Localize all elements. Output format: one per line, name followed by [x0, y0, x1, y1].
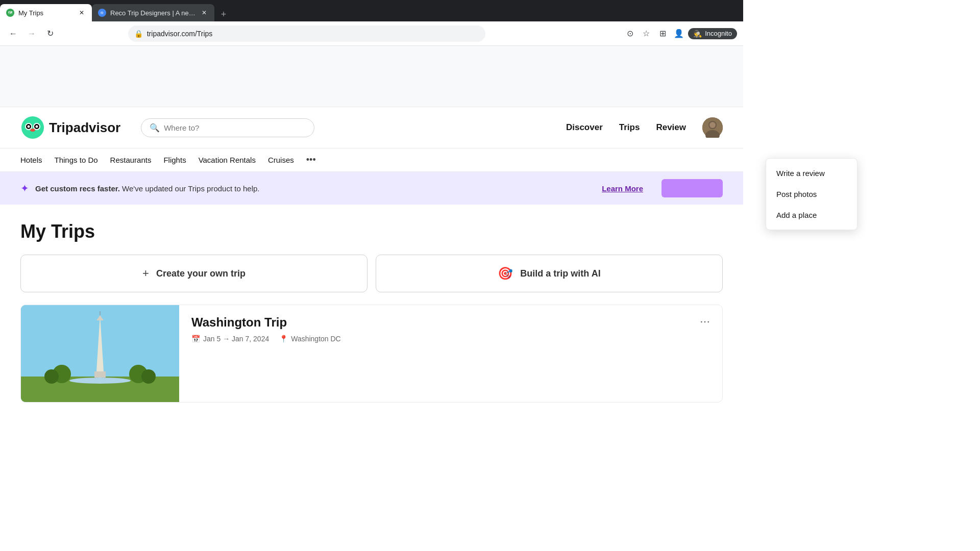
trip-card-image [21, 305, 179, 402]
incognito-icon: 🕵 [693, 30, 702, 38]
ai-trip-label: Build a trip with AI [520, 268, 600, 279]
tab-bar: 🗺 My Trips ✕ R Reco Trip Designers | A n… [0, 0, 743, 21]
svg-point-14 [69, 378, 131, 384]
toolbar-right: ⊙ ☆ ⊞ 👤 🕵 Incognito [623, 27, 737, 41]
washington-monument-image [21, 305, 179, 402]
url-text: tripadvisor.com/Trips [147, 30, 213, 38]
subnav-things-to-do[interactable]: Things to Do [55, 153, 98, 167]
search-icon: 🔍 [150, 123, 160, 133]
subnav-vacation-rentals[interactable]: Vacation Rentals [199, 153, 256, 167]
notification-banner: ✦ Get custom recs faster. We've updated … [0, 172, 743, 205]
create-own-trip-card[interactable]: + Create your own trip [20, 255, 368, 292]
tab-title-reco: Reco Trip Designers | A new kin... [110, 9, 196, 17]
ai-icon: 🎯 [498, 266, 513, 281]
trip-card-more-button[interactable]: ⋯ [700, 315, 710, 328]
build-ai-trip-card[interactable]: 🎯 Build a trip with AI [376, 255, 723, 292]
browser-toolbar: ← → ↻ 🔒 tripadvisor.com/Trips ⊙ ☆ ⊞ 👤 🕵 … [0, 21, 743, 46]
svg-point-5 [28, 126, 30, 128]
svg-point-19 [44, 369, 59, 384]
cast-icon[interactable]: ⊙ [623, 27, 637, 41]
tab-my-trips[interactable]: 🗺 My Trips ✕ [0, 4, 92, 21]
ta-logo[interactable]: Tripadvisor [20, 115, 120, 140]
incognito-label: Incognito [705, 30, 732, 37]
search-input[interactable] [164, 123, 306, 132]
avatar[interactable] [702, 117, 723, 138]
svg-point-21 [141, 369, 156, 384]
new-tab-button[interactable]: + [216, 7, 231, 21]
reload-button[interactable]: ↻ [43, 27, 57, 41]
ta-nav: Discover Trips Review [566, 117, 723, 138]
trip-location-text: Washington DC [291, 335, 341, 343]
trip-actions: + Create your own trip 🎯 Build a trip wi… [20, 255, 723, 292]
ta-header: Tripadvisor 🔍 Discover Trips Review [0, 107, 743, 148]
svg-point-0 [21, 116, 44, 139]
tab-favicon-trips: 🗺 [6, 9, 14, 17]
location-icon: 📍 [279, 335, 288, 343]
trip-location: 📍 Washington DC [279, 335, 341, 343]
ta-logo-owl-icon [20, 115, 45, 140]
nav-discover[interactable]: Discover [566, 122, 603, 133]
svg-point-7 [30, 129, 35, 132]
notification-text: Get custom recs faster. We've updated ou… [35, 184, 596, 193]
notification-icon: ✦ [20, 182, 29, 194]
my-trips-title: My Trips [20, 221, 723, 242]
plus-icon: + [142, 267, 149, 280]
ta-logo-text: Tripadvisor [49, 120, 120, 136]
tab-reco[interactable]: R Reco Trip Designers | A new kin... ✕ [92, 4, 214, 21]
avatar-image [702, 117, 723, 138]
svg-point-11 [709, 122, 716, 128]
ta-search-box[interactable]: 🔍 [141, 118, 314, 137]
extensions-icon[interactable]: ⊞ [655, 27, 670, 41]
back-button[interactable]: ← [6, 27, 20, 41]
svg-rect-17 [94, 371, 106, 378]
subnav-restaurants[interactable]: Restaurants [110, 153, 152, 167]
ta-subnav: Hotels Things to Do Restaurants Flights … [0, 148, 743, 172]
calendar-icon: 📅 [191, 335, 200, 343]
trip-date: 📅 Jan 5 → Jan 7, 2024 [191, 335, 269, 343]
subnav-hotels[interactable]: Hotels [20, 153, 42, 167]
subnav-more-button[interactable]: ••• [306, 155, 316, 165]
create-trip-label: Create your own trip [156, 268, 246, 279]
bookmark-icon[interactable]: ☆ [639, 27, 653, 41]
incognito-badge: 🕵 Incognito [688, 28, 737, 39]
lock-icon: 🔒 [134, 30, 143, 38]
browser-chrome: 🗺 My Trips ✕ R Reco Trip Designers | A n… [0, 0, 743, 46]
tab-close-reco[interactable]: ✕ [200, 9, 208, 17]
address-bar[interactable]: 🔒 tripadvisor.com/Trips [128, 26, 485, 42]
notification-bold-text: Get custom recs faster. [35, 184, 120, 193]
forward-button[interactable]: → [24, 27, 39, 41]
nav-trips[interactable]: Trips [619, 122, 640, 133]
ta-search: 🔍 [141, 118, 314, 137]
tab-title-trips: My Trips [18, 9, 74, 17]
tab-favicon-reco: R [98, 9, 106, 17]
tab-close-trips[interactable]: ✕ [78, 9, 86, 17]
learn-more-link[interactable]: Learn More [602, 184, 643, 193]
notification-cta-button[interactable] [662, 179, 723, 197]
svg-point-6 [36, 126, 38, 128]
page-content: Tripadvisor 🔍 Discover Trips Review [0, 46, 743, 419]
trip-card-body: Washington Trip ⋯ 📅 Jan 5 → Jan 7, 2024 … [179, 305, 722, 402]
trip-date-text: Jan 5 → Jan 7, 2024 [203, 335, 269, 343]
trip-card-title: Washington Trip [191, 315, 287, 330]
my-trips-section: My Trips + Create your own trip 🎯 Build … [0, 205, 743, 419]
subnav-cruises[interactable]: Cruises [268, 153, 294, 167]
subnav-flights[interactable]: Flights [163, 153, 186, 167]
ad-banner-area [0, 46, 743, 107]
nav-review[interactable]: Review [656, 122, 686, 133]
profile-icon[interactable]: 👤 [672, 27, 686, 41]
trip-card-meta: 📅 Jan 5 → Jan 7, 2024 📍 Washington DC [191, 335, 710, 343]
trip-card-washington: Washington Trip ⋯ 📅 Jan 5 → Jan 7, 2024 … [20, 305, 723, 403]
